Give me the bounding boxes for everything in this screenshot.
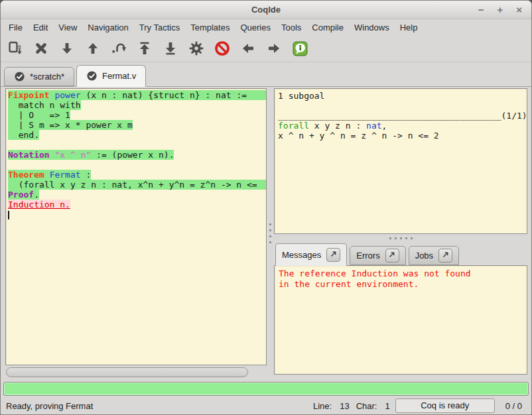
horizontal-scrollbar[interactable]: [5, 365, 267, 379]
messages-panel[interactable]: The reference Induction was not foundin …: [274, 265, 527, 375]
script-line: end.: [8, 130, 266, 140]
menu-view[interactable]: View: [53, 21, 82, 34]
close-x-icon: [33, 40, 49, 56]
script-line: | S m => x * power x m: [8, 120, 266, 130]
goal-line: [278, 101, 527, 111]
close-button[interactable]: ×: [516, 5, 522, 15]
char-label: Char:: [356, 401, 377, 411]
right-arrow-icon: [266, 40, 282, 56]
code-editor[interactable]: Fixpoint power (x n : nat) {struct n} : …: [5, 88, 267, 365]
close-button[interactable]: [31, 38, 51, 58]
script-line: Theorem Fermat :: [8, 170, 266, 180]
about-button[interactable]: [290, 38, 310, 58]
vertical-splitter-handle[interactable]: [267, 88, 274, 379]
script-line: Fixpoint power (x n : nat) {struct n} : …: [8, 90, 266, 100]
code-segment: Theorem: [8, 170, 44, 180]
arrow-up-to-bar-icon: [137, 40, 153, 56]
script-line: (forall x y z n : nat, x^n + y^n = z^n -…: [8, 180, 266, 190]
script-line: [8, 160, 266, 170]
code-segment: (forall x y z n : nat, x^n + y^n = z^n -…: [8, 180, 257, 190]
code-segment: end.: [8, 130, 39, 140]
job-counter: 0 / 0: [505, 401, 522, 411]
code-segment: (1/1): [501, 111, 527, 121]
char-value: 1: [385, 401, 389, 411]
code-segment: x ^ n + y ^ n = z ^ n -> n <= 2: [278, 131, 439, 141]
tab-label: Errors: [356, 251, 379, 261]
interrupt-button[interactable]: [212, 38, 232, 58]
arrow-down-to-bar-icon: [163, 40, 178, 56]
window-title: CoqIde: [1, 5, 531, 15]
menu-help[interactable]: Help: [395, 21, 423, 34]
tab-scratch[interactable]: *scratch*: [4, 67, 74, 86]
down-arrow-icon: [59, 40, 75, 56]
detach-arrow-icon: [330, 250, 338, 260]
tab-fermat-v[interactable]: Fermat.v: [76, 65, 146, 87]
step-forward-button[interactable]: [57, 38, 77, 58]
script-line: [8, 140, 266, 150]
goal-line: forall x y z n : nat,: [278, 121, 527, 131]
code-segment: | S m => x * power x m: [8, 120, 133, 130]
script-line: match n with: [8, 100, 266, 110]
message-line: in the current environment.: [279, 279, 527, 290]
code-segment: ________________________________________…: [278, 111, 501, 121]
scrollbar-thumb[interactable]: [6, 367, 248, 377]
code-segment: | O => 1: [8, 110, 70, 120]
code-segment: Proof: [8, 190, 34, 200]
goal-panel[interactable]: 1 subgoal_______________________________…: [274, 88, 527, 234]
menu-edit[interactable]: Edit: [28, 21, 53, 34]
script-line: Induction n.: [8, 200, 266, 209]
code-segment: := (power x n).: [91, 150, 174, 160]
detach-errors-button[interactable]: [385, 249, 399, 263]
code-segment: (x n : nat) {struct n} : nat :=: [81, 90, 247, 100]
maximize-button[interactable]: +: [497, 5, 503, 15]
tab-label: Fermat.v: [102, 71, 136, 81]
interrupt-icon: [214, 40, 230, 56]
horizontal-splitter-handle[interactable]: [274, 234, 527, 242]
make-button[interactable]: [186, 38, 206, 58]
detach-jobs-button[interactable]: [438, 249, 452, 263]
menu-queries[interactable]: Queries: [235, 21, 276, 34]
script-line: Notation "x ^ n" := (power x n).: [8, 150, 266, 160]
left-arrow-icon: [240, 40, 256, 56]
tab-label: Jobs: [415, 251, 433, 261]
line-label: Line:: [313, 401, 332, 411]
menu-compile[interactable]: Compile: [306, 21, 349, 34]
menu-navigation[interactable]: Navigation: [82, 21, 133, 34]
menu-templates[interactable]: Templates: [185, 21, 235, 34]
menu-tools[interactable]: Tools: [276, 21, 306, 34]
code-segment: [44, 170, 50, 180]
forward-button[interactable]: [264, 38, 284, 58]
menu-windows[interactable]: Windows: [349, 21, 395, 34]
code-segment: forall: [278, 121, 309, 131]
go-to-start-button[interactable]: [135, 38, 155, 58]
code-segment: Induction n.: [8, 200, 70, 209]
script-line: [8, 209, 266, 219]
tab-label: Messages: [282, 250, 321, 260]
coqide-window: CoqIde −+× FileEditViewNavigationTry Tac…: [0, 0, 532, 415]
step-backward-button[interactable]: [83, 38, 103, 58]
minimize-button[interactable]: −: [478, 5, 484, 15]
detach-messages-button[interactable]: [326, 248, 340, 262]
new-window-icon: [7, 40, 23, 56]
main-area: Fixpoint power (x n : nat) {struct n} : …: [1, 87, 531, 379]
menu-file[interactable]: File: [3, 21, 28, 34]
menu-try-tactics[interactable]: Try Tactics: [134, 21, 185, 34]
back-button[interactable]: [238, 38, 258, 58]
message-tab-bar: MessagesErrorsJobs: [274, 242, 527, 265]
info-bubble-icon: [292, 40, 308, 57]
toolbar: [1, 35, 531, 62]
status-right-group: Line: 13 Char: 1 Coq is ready 0 / 0: [313, 398, 525, 413]
code-segment: x y z n :: [309, 121, 366, 131]
new-window-button[interactable]: [5, 38, 25, 58]
code-segment: 1 subgoal: [278, 91, 324, 101]
tab-jobs[interactable]: Jobs: [409, 246, 459, 265]
title-bar[interactable]: CoqIde −+×: [1, 1, 531, 19]
editor-tab-bar: *scratch*Fermat.v: [1, 62, 531, 87]
progress-bar: [3, 382, 529, 396]
tab-messages[interactable]: Messages: [275, 243, 347, 266]
go-to-cursor-button[interactable]: [109, 38, 129, 58]
code-segment: Notation: [8, 150, 50, 160]
go-to-end-button[interactable]: [161, 38, 180, 58]
tab-errors[interactable]: Errors: [350, 246, 405, 265]
code-segment: Fixpoint: [8, 90, 50, 100]
